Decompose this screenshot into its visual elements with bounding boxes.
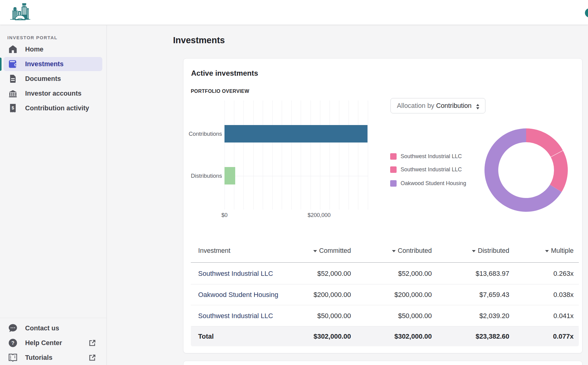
svg-text:$: $: [12, 105, 14, 110]
svg-text:?: ?: [11, 340, 14, 346]
